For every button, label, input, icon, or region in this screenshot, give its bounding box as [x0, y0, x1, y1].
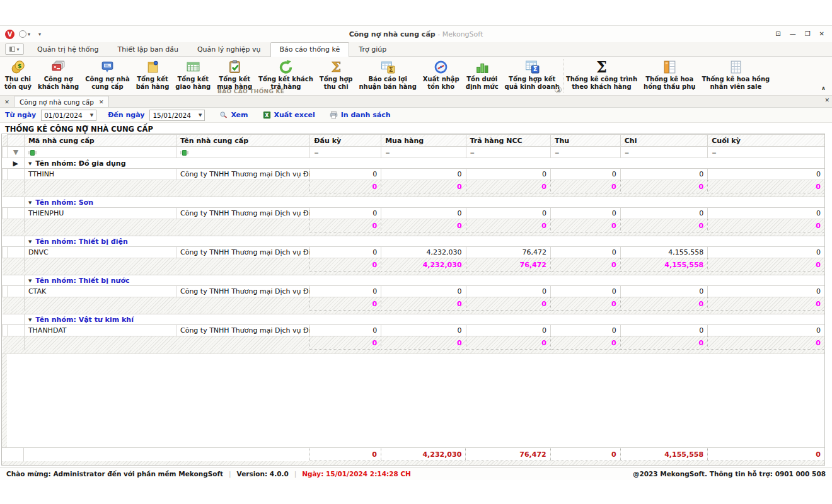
collapse-group-icon[interactable]: ▼ — [28, 278, 32, 284]
filter-cell[interactable] — [24, 147, 176, 158]
filter-cell[interactable]: = — [620, 147, 708, 158]
minimize-button[interactable]: — — [790, 31, 796, 37]
ribbon-button[interactable]: ΣBáo cáo lợinhuận bán hàng — [355, 59, 419, 91]
filter-cell[interactable]: = — [550, 147, 620, 158]
filter-cell[interactable]: = — [466, 147, 550, 158]
supplier-code-cell[interactable]: THIENPHU — [24, 208, 176, 219]
data-row[interactable]: CTAKCông ty TNHH Thương mại Dịch vụ Điện… — [3, 286, 825, 297]
ribbon-button[interactable]: Xuất nhậptồn kho — [420, 59, 463, 91]
ribbon-button[interactable]: ΣTổng hợpthu chi — [316, 59, 356, 91]
close-tab-right-button[interactable]: ✕ — [824, 97, 829, 103]
value-cell[interactable]: 0 — [466, 325, 550, 336]
value-cell[interactable]: 0 — [310, 247, 381, 258]
column-header[interactable]: Đầu kỳ — [310, 135, 381, 147]
group-row[interactable]: ▼Tên nhóm: Thiết bị điện — [3, 236, 825, 247]
filter-cell[interactable]: = — [310, 147, 381, 158]
close-button[interactable]: ✕ — [819, 31, 824, 37]
value-cell[interactable]: 0 — [620, 286, 708, 297]
value-cell[interactable]: 0 — [466, 208, 550, 219]
collapse-group-icon[interactable]: ▼ — [28, 239, 32, 244]
supplier-name-cell[interactable]: Công ty TNHH Thương mại Dịch vụ Điện nướ… — [176, 208, 309, 219]
value-cell[interactable]: 0 — [550, 208, 620, 219]
menu-tab[interactable]: Báo cáo thống kê — [270, 42, 350, 57]
value-cell[interactable]: 0 — [620, 325, 708, 336]
value-cell[interactable]: 0 — [310, 169, 381, 180]
ribbon-button[interactable]: Thống kê hoahồng thầu phụ — [640, 59, 698, 91]
value-cell[interactable]: 0 — [310, 286, 381, 297]
filter-cell[interactable]: = — [708, 147, 825, 158]
ribbon-button[interactable]: Công nợ nhàcung cấp — [82, 59, 132, 91]
value-cell[interactable]: 0 — [550, 286, 620, 297]
from-date-picker[interactable]: 01/01/2024▼ — [41, 110, 96, 121]
collapse-group-icon[interactable]: ▼ — [28, 161, 32, 166]
menu-tab[interactable]: Quản trị hệ thống — [28, 42, 108, 56]
value-cell[interactable]: 4,155,558 — [620, 247, 708, 258]
to-date-picker[interactable]: 15/01/2024▼ — [149, 110, 205, 121]
auto-filter-row[interactable]: ▼====== — [3, 147, 825, 158]
data-row[interactable]: DNVCCông ty TNHH Thương mại Dịch vụ Điện… — [3, 247, 825, 258]
ribbon-button[interactable]: Tổng kếtmua hàng — [214, 59, 255, 91]
menu-tab[interactable]: Thiết lập ban đầu — [108, 42, 188, 56]
data-row[interactable]: TTHINHCông ty TNHH Thương mại Dịch vụ Đi… — [3, 169, 825, 180]
filter-cell[interactable]: = — [381, 147, 466, 158]
close-all-tabs-button[interactable]: ✕ — [0, 96, 14, 107]
print-list-button[interactable]: In danh sách — [329, 110, 391, 120]
group-row[interactable]: ▶▼Tên nhóm: Đồ gia dụng — [3, 158, 825, 169]
value-cell[interactable]: 0 — [466, 286, 550, 297]
app-menu-button[interactable]: ▾ — [5, 43, 24, 55]
value-cell[interactable]: 0 — [708, 325, 825, 336]
column-header[interactable]: Trả hàng NCC — [466, 135, 550, 147]
doc-tab-active[interactable]: Công nợ nhà cung cấp ✕ — [14, 96, 109, 107]
value-cell[interactable]: 0 — [620, 208, 708, 219]
column-header[interactable]: Thu — [550, 135, 620, 147]
value-cell[interactable]: 76,472 — [466, 247, 550, 258]
ribbon-button[interactable]: Thống kê hoa hồngnhân viên sale — [698, 59, 773, 91]
tab-close-icon[interactable]: ✕ — [99, 99, 104, 105]
view-button[interactable]: Xem — [219, 110, 248, 120]
supplier-name-cell[interactable]: Công ty TNHH Thương mại Dịch vụ Điện nướ… — [176, 169, 309, 180]
restore-button[interactable]: ❐ — [805, 31, 811, 37]
ribbon-button[interactable]: ΣThống kê công trìnhtheo khách hàng — [563, 59, 640, 91]
value-cell[interactable]: 0 — [708, 247, 825, 258]
column-header[interactable]: Cuối kỳ — [708, 135, 825, 147]
ribbon-collapse-icon[interactable]: ∧ — [821, 85, 826, 91]
column-header[interactable]: Mua hàng — [381, 135, 466, 147]
value-cell[interactable]: 0 — [708, 286, 825, 297]
ribbon-button[interactable]: Tồn dướiđịnh mức — [463, 59, 502, 91]
column-header[interactable]: Tên nhà cung cấp — [176, 135, 309, 147]
ribbon-button[interactable]: Tổng kết kháchtrả hàng — [255, 59, 316, 91]
group-row[interactable]: ▼Tên nhóm: Vật tư kim khí — [3, 314, 825, 325]
ribbon-button[interactable]: Tổng kếtbán hàng — [133, 59, 173, 91]
value-cell[interactable]: 0 — [381, 208, 466, 219]
export-excel-button[interactable]: X Xuất excel — [262, 110, 315, 120]
dialog-launcher-icon[interactable]: ◢ — [555, 86, 562, 93]
value-cell[interactable]: 0 — [310, 325, 381, 336]
column-header[interactable]: Chi — [620, 135, 708, 147]
group-row[interactable]: ▼Tên nhóm: Sơn — [3, 197, 825, 208]
value-cell[interactable]: 0 — [708, 169, 825, 180]
value-cell[interactable]: 0 — [550, 247, 620, 258]
theme-button-icon[interactable]: ⊡ — [775, 31, 780, 37]
value-cell[interactable]: 0 — [466, 169, 550, 180]
value-cell[interactable]: 0 — [708, 208, 825, 219]
value-cell[interactable]: 0 — [381, 169, 466, 180]
supplier-code-cell[interactable]: THANHDAT — [24, 325, 176, 336]
ribbon-button[interactable]: Công nợkhách hàng — [35, 59, 82, 91]
column-header[interactable]: Mã nhà cung cấp — [24, 135, 176, 147]
value-cell[interactable]: 0 — [381, 325, 466, 336]
group-row[interactable]: ▼Tên nhóm: Thiết bị nước — [3, 275, 825, 286]
data-row[interactable]: THIENPHUCông ty TNHH Thương mại Dịch vụ … — [3, 208, 825, 219]
value-cell[interactable]: 4,232,030 — [381, 247, 466, 258]
value-cell[interactable]: 0 — [381, 286, 466, 297]
ribbon-button[interactable]: ΣTổng hợp kếtquả kinh doanh — [502, 59, 563, 91]
value-cell[interactable]: 0 — [620, 169, 708, 180]
ribbon-button[interactable]: Tổng kếtgiao hàng — [172, 59, 214, 91]
collapse-group-icon[interactable]: ▼ — [28, 200, 32, 205]
data-row[interactable]: THANHDATCông ty TNHH Thương mại Dịch vụ … — [3, 325, 825, 336]
value-cell[interactable]: 0 — [550, 325, 620, 336]
filter-cell[interactable] — [176, 147, 309, 158]
ribbon-button[interactable]: $Thu chitồn quỹ — [1, 59, 35, 91]
supplier-name-cell[interactable]: Công ty TNHH Thương mại Dịch vụ Điện nướ… — [176, 286, 309, 297]
supplier-name-cell[interactable]: Công ty TNHH Thương mại Dịch vụ Điện nướ… — [176, 325, 309, 336]
value-cell[interactable]: 0 — [310, 208, 381, 219]
